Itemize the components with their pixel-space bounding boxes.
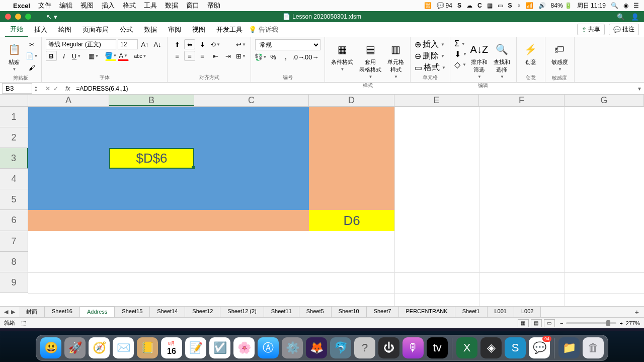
tell-me[interactable]: 💡告诉我 [249, 25, 278, 34]
dock-wechat-icon[interactable]: 💬94 [529, 337, 550, 358]
wifi-icon[interactable]: 📶 [526, 2, 533, 9]
col-header-f[interactable]: F [479, 95, 565, 106]
namebox-up-icon[interactable]: ▲ [34, 85, 41, 89]
sheet-tab[interactable]: Sheet11 [264, 307, 299, 317]
dock-excel-icon[interactable]: X [456, 337, 477, 358]
sort-filter-button[interactable]: A↓Z排序和 筛选▼ [469, 39, 490, 81]
ideas-button[interactable]: ⚡创意 [521, 39, 541, 68]
row-header-2[interactable]: 2 [0, 127, 28, 148]
sheet-tab[interactable]: L001 [488, 307, 514, 317]
select-all-corner[interactable] [0, 95, 28, 106]
sheet-tab[interactable]: Sheet5 [299, 307, 332, 317]
spreadsheet-grid[interactable]: A B C D E F G 1 2 3 4 5 6 7 8 9 D6 $D$6 [0, 95, 644, 306]
share-button[interactable]: ⇪共享 [577, 24, 605, 35]
tab-home[interactable]: 开始 [5, 23, 28, 37]
bold-button[interactable]: B [46, 51, 57, 61]
increase-font-icon[interactable]: A↑ [139, 39, 150, 49]
sheet-nav-next-icon[interactable]: ▶ [11, 309, 15, 315]
dock-snagit-icon[interactable]: S [505, 337, 526, 358]
percent-icon[interactable]: % [268, 52, 279, 62]
cloud-icon[interactable]: ☁ [466, 2, 472, 9]
clear-button[interactable]: ◇▼ [454, 60, 467, 69]
status-icon-grid[interactable]: ▦ [487, 2, 493, 9]
copy-icon[interactable]: 📄▼ [26, 51, 37, 61]
sensitivity-button[interactable]: 🏷敏感度▼ [549, 39, 570, 74]
dock-wondershare-icon[interactable]: ◈ [480, 337, 502, 358]
expand-formula-bar-icon[interactable]: ▾ [635, 85, 644, 92]
dock-mail-icon[interactable]: ✉️ [113, 337, 134, 358]
format-cells-button[interactable]: ▭ 格式 ▼ [415, 62, 446, 73]
view-pagebreak-icon[interactable]: ▭ [544, 319, 555, 327]
cut-icon[interactable]: ✂ [26, 39, 37, 49]
font-name-input[interactable] [46, 39, 116, 49]
col-header-a[interactable]: A [28, 95, 109, 106]
row-header-7[interactable]: 7 [0, 231, 28, 252]
zoom-level[interactable]: 277% [626, 320, 640, 326]
sheet-tab[interactable]: Sheet12 [185, 307, 220, 317]
col-header-g[interactable]: G [565, 95, 644, 106]
cell-range-a6c6[interactable] [28, 210, 309, 231]
decrease-font-icon[interactable]: A↓ [152, 39, 163, 49]
sheet-tab[interactable]: Sheet12 (2) [220, 307, 264, 317]
menu-insert[interactable]: 插入 [102, 1, 115, 10]
macro-record-icon[interactable]: ⬚ [21, 320, 26, 326]
dock-folder-icon[interactable]: 📁 [558, 337, 580, 358]
insert-cells-button[interactable]: ⊕ 插入 ▼ [415, 39, 445, 50]
format-painter-icon[interactable]: 🖌 [26, 62, 37, 73]
menu-data[interactable]: 数据 [165, 1, 178, 10]
menu-help[interactable]: 帮助 [207, 1, 220, 10]
cancel-formula-icon[interactable]: ✕ [45, 85, 50, 92]
comments-button[interactable]: 💬批注 [609, 24, 639, 35]
sheet-tab[interactable]: Sheet1 [455, 307, 488, 317]
menu-edit[interactable]: 编辑 [59, 1, 72, 10]
format-as-table-button[interactable]: ▤套用 表格格式▼ [357, 39, 383, 81]
ime-icon[interactable]: 🈺 [424, 2, 432, 9]
titlebar-search-icon[interactable]: 🔍 [617, 13, 625, 21]
paste-button[interactable]: 📋 粘贴▼ [4, 39, 24, 74]
font-size-input[interactable] [118, 39, 138, 49]
name-box[interactable] [2, 83, 32, 94]
align-bottom-icon[interactable]: ⬇ [197, 39, 208, 49]
align-left-icon[interactable]: ≡ [172, 51, 183, 61]
tab-formulas[interactable]: 公式 [115, 23, 138, 36]
app-menu[interactable]: Excel [13, 2, 30, 10]
window-minimize-button[interactable] [15, 14, 21, 20]
currency-icon[interactable]: 💱▼ [255, 52, 266, 62]
border-button[interactable]: ▦▼ [88, 51, 99, 61]
dock-finder-icon[interactable]: 😃 [40, 337, 61, 358]
cell-b3-selected[interactable]: $D$6 [109, 148, 194, 169]
cell-d6[interactable]: D6 [309, 210, 394, 231]
sheet-tab[interactable]: Sheet16 [45, 307, 80, 317]
merge-cells-icon[interactable]: ⊞▼ [235, 51, 247, 61]
comma-icon[interactable]: , [280, 52, 291, 62]
tab-review[interactable]: 审阅 [163, 23, 186, 36]
col-header-b[interactable]: B [109, 95, 194, 106]
zoom-out-button[interactable]: − [560, 320, 563, 326]
wrap-text-icon[interactable]: ↩▼ [235, 39, 247, 49]
tab-draw[interactable]: 绘图 [53, 23, 76, 36]
formula-input[interactable]: =ADDRESS(6,4,,1) [73, 84, 635, 93]
dock-appletv-icon[interactable]: tv [427, 337, 448, 358]
dock-calendar-icon[interactable]: 8月16 [161, 337, 182, 358]
row-header-6[interactable]: 6 [0, 210, 28, 231]
add-sheet-button[interactable]: + [630, 308, 644, 316]
fill-button[interactable]: ⬇▼ [454, 49, 467, 59]
zoom-slider[interactable] [566, 322, 616, 324]
dock-safari-icon[interactable]: 🧭 [89, 337, 110, 358]
menu-tools[interactable]: 工具 [144, 1, 157, 10]
dock-help-icon[interactable]: ? [354, 337, 375, 358]
sheet-tab[interactable]: 封面 [19, 307, 45, 317]
increase-decimal-icon[interactable]: .0→ [293, 52, 304, 62]
status-icon-s2[interactable]: S [508, 2, 512, 9]
tab-view[interactable]: 视图 [187, 23, 210, 36]
dock-launchpad-icon[interactable]: 🚀 [64, 337, 86, 358]
bluetooth-icon[interactable]: ᚼ [517, 2, 521, 9]
titlebar-user-icon[interactable]: 👤 [631, 13, 639, 21]
sheet-tab[interactable]: Sheet15 [115, 307, 150, 317]
sheet-tab[interactable]: Sheet7 [367, 307, 399, 317]
conditional-formatting-button[interactable]: ▦条件格式▼ [329, 39, 355, 74]
cursor-icon[interactable]: ↖ ▾ [46, 13, 57, 21]
sheet-tab[interactable]: PERCENTRANK [399, 307, 455, 317]
underline-button[interactable]: U▼ [71, 51, 82, 61]
spotlight-icon[interactable]: 🔍 [611, 2, 618, 9]
